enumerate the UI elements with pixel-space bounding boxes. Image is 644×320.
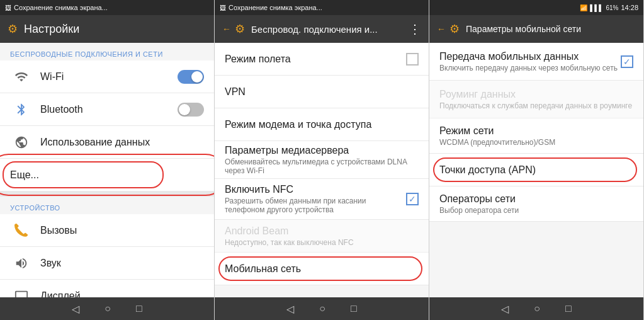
display-icon bbox=[10, 285, 33, 298]
mobile-net-label: Мобильная сеть bbox=[225, 263, 419, 275]
more-label: Еще... bbox=[10, 169, 204, 181]
nfc-label: Включить NFC bbox=[225, 184, 406, 195]
battery-text: 61% bbox=[606, 4, 618, 11]
menu-item-more[interactable]: Еще... bbox=[0, 159, 214, 191]
android-beam-text: Android Beam Недоступно, так как выключе… bbox=[225, 226, 419, 247]
screenshot-icon-1: 🖼 bbox=[5, 4, 11, 11]
screen-2: 🖼 Сохранение снимка экрана... ← ⚙ Беспро… bbox=[215, 0, 429, 320]
nav-bar-2: ◁ ○ □ bbox=[215, 297, 429, 320]
media-server-text: Параметры медиасервера Обменивайтесь мул… bbox=[225, 145, 419, 175]
back-btn-2[interactable]: ◁ bbox=[286, 303, 294, 315]
settings-icon-1: ⚙ bbox=[8, 22, 18, 36]
status-bar-3: 📶 ▌▌▌ 61% 14:28 bbox=[429, 0, 643, 15]
overflow-menu-2[interactable]: ⋮ bbox=[409, 21, 421, 37]
menu-item-calls[interactable]: Вызовы bbox=[0, 214, 214, 247]
screen-1: 🖼 Сохранение снимка экрана... ⚙ Настройк… bbox=[0, 0, 215, 320]
nfc-checkbox[interactable]: ✓ bbox=[406, 193, 419, 205]
media-server-label: Параметры медиасервера bbox=[225, 145, 419, 156]
android-beam-label: Android Beam bbox=[225, 226, 419, 237]
status-bar-2: 🖼 Сохранение снимка экрана... bbox=[215, 0, 429, 15]
back-arrow-2[interactable]: ← bbox=[222, 24, 231, 34]
bluetooth-toggle[interactable] bbox=[178, 103, 204, 117]
calls-label: Вызовы bbox=[40, 225, 204, 236]
menu-item-nfc[interactable]: Включить NFC Разрешить обмен данными при… bbox=[215, 179, 429, 220]
nav-bar-3: ◁ ○ □ bbox=[429, 297, 643, 320]
mobile-data-label: Передача мобильных данных bbox=[439, 51, 621, 62]
menu-item-mobile-data[interactable]: Передача мобильных данных Включить перед… bbox=[429, 43, 643, 81]
title-bar-1: ⚙ Настройки bbox=[0, 15, 214, 43]
title-3: Параметры мобильной сети bbox=[466, 24, 581, 34]
nfc-text: Включить NFC Разрешить обмен данными при… bbox=[225, 184, 406, 214]
recent-btn-1[interactable]: □ bbox=[136, 303, 142, 314]
status-bar-left-1: 🖼 Сохранение снимка экрана... bbox=[5, 4, 108, 11]
data-usage-label: Использование данных bbox=[40, 137, 204, 148]
bluetooth-label: Bluetooth bbox=[40, 104, 178, 115]
section-gap-1 bbox=[0, 191, 214, 197]
bluetooth-icon bbox=[10, 98, 33, 121]
roaming-sublabel: Подключаться к службам передачи данных в… bbox=[439, 101, 633, 110]
menu-item-mobile-net[interactable]: Мобильная сеть bbox=[215, 253, 429, 285]
wifi-toggle-thumb bbox=[191, 71, 203, 83]
home-btn-3[interactable]: ○ bbox=[534, 303, 540, 314]
menu-item-media-server[interactable]: Параметры медиасервера Обменивайтесь мул… bbox=[215, 141, 429, 179]
menu-item-display[interactable]: Дисплей bbox=[0, 280, 214, 297]
home-btn-2[interactable]: ○ bbox=[319, 303, 325, 314]
roaming-label: Роуминг данных bbox=[439, 89, 633, 100]
apn-label: Точки доступа (APN) bbox=[439, 164, 633, 176]
home-btn-1[interactable]: ○ bbox=[105, 303, 111, 314]
title-2: Беспровод. подключения и... bbox=[251, 24, 378, 35]
back-btn-1[interactable]: ◁ bbox=[72, 303, 79, 315]
sound-label: Звук bbox=[40, 258, 204, 269]
signal-icon: ▌▌▌ bbox=[590, 4, 603, 11]
airplane-label: Режим полета bbox=[225, 54, 406, 65]
back-arrow-3[interactable]: ← bbox=[437, 24, 446, 34]
operators-sublabel: Выбор оператора сети bbox=[439, 206, 633, 215]
menu-item-wifi[interactable]: Wi-Fi bbox=[0, 60, 214, 93]
sound-icon bbox=[10, 252, 33, 275]
menu-item-tethering[interactable]: Режим модема и точка доступа bbox=[215, 108, 429, 141]
menu-item-sound[interactable]: Звук bbox=[0, 247, 214, 280]
section-header-device: УСТРОЙСТВО bbox=[0, 197, 214, 214]
menu-item-bluetooth[interactable]: Bluetooth bbox=[0, 93, 214, 126]
status-bar-text-2: Сохранение снимка экрана... bbox=[229, 4, 322, 11]
airplane-checkbox[interactable] bbox=[406, 53, 419, 66]
display-label: Дисплей bbox=[40, 290, 204, 298]
content-3: Передача мобильных данных Включить перед… bbox=[429, 43, 643, 297]
status-bar-right-3: 📶 ▌▌▌ 61% 14:28 bbox=[580, 4, 638, 11]
mobile-data-sublabel: Включить передачу данных через мобильную… bbox=[439, 64, 621, 72]
menu-item-android-beam: Android Beam Недоступно, так как выключе… bbox=[215, 220, 429, 253]
menu-item-vpn[interactable]: VPN bbox=[215, 76, 429, 108]
recent-btn-2[interactable]: □ bbox=[351, 303, 357, 314]
tethering-label: Режим модема и точка доступа bbox=[225, 119, 419, 130]
wifi-icon bbox=[10, 66, 33, 88]
nav-bar-1: ◁ ○ □ bbox=[0, 297, 214, 320]
operators-label: Операторы сети bbox=[439, 193, 633, 205]
title-1: Настройки bbox=[24, 23, 79, 36]
android-beam-sublabel: Недоступно, так как выключена NFC bbox=[225, 238, 419, 247]
mobile-data-text: Передача мобильных данных Включить перед… bbox=[439, 51, 621, 72]
title-bar-2: ← ⚙ Беспровод. подключения и... ⋮ bbox=[215, 15, 429, 43]
wifi-status-icon: 📶 bbox=[580, 4, 587, 11]
back-btn-3[interactable]: ◁ bbox=[501, 303, 509, 315]
menu-item-apn[interactable]: Точки доступа (APN) bbox=[429, 154, 643, 186]
bluetooth-toggle-thumb bbox=[179, 104, 190, 115]
menu-item-data-usage[interactable]: Использование данных bbox=[0, 126, 214, 159]
menu-item-network-mode[interactable]: Режим сети WCDMA (предпочтительно)/GSM bbox=[429, 118, 643, 154]
recent-btn-3[interactable]: □ bbox=[565, 303, 572, 314]
status-bar-1: 🖼 Сохранение снимка экрана... bbox=[0, 0, 214, 15]
settings-icon-2: ⚙ bbox=[235, 22, 245, 36]
data-usage-icon bbox=[10, 131, 33, 154]
mobile-data-checkbox[interactable]: ✓ bbox=[621, 55, 633, 68]
menu-item-airplane[interactable]: Режим полета bbox=[215, 43, 429, 76]
title-bar-3: ← ⚙ Параметры мобильной сети bbox=[429, 15, 643, 43]
screenshot-icon-2: 🖼 bbox=[220, 4, 226, 11]
nfc-sublabel: Разрешить обмен данными при касании теле… bbox=[225, 197, 406, 214]
menu-item-operators[interactable]: Операторы сети Выбор оператора сети bbox=[429, 186, 643, 222]
network-mode-sublabel: WCDMA (предпочтительно)/GSM bbox=[439, 138, 633, 147]
media-server-sublabel: Обменивайтесь мультимедиа с устройствами… bbox=[225, 157, 419, 175]
content-2: Режим полета VPN Режим модема и точка до… bbox=[215, 43, 429, 297]
network-mode-label: Режим сети bbox=[439, 125, 633, 137]
status-bar-text-1: Сохранение снимка экрана... bbox=[14, 4, 108, 11]
wifi-toggle[interactable] bbox=[178, 70, 204, 84]
calls-icon bbox=[10, 219, 33, 242]
